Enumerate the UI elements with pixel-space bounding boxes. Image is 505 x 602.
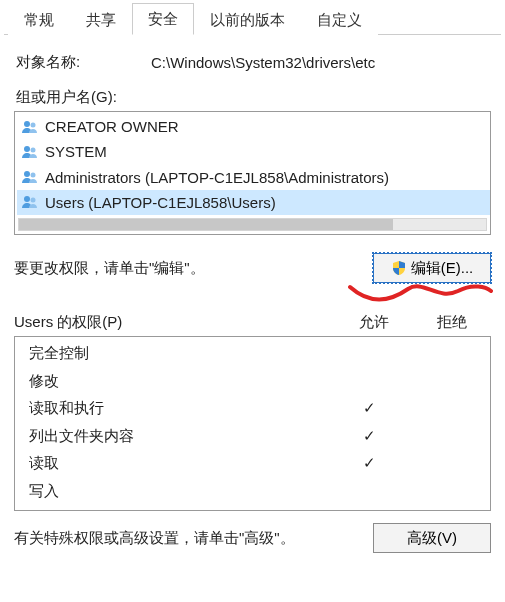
svg-point-7 [31, 198, 36, 203]
perm-name: 写入 [29, 478, 330, 504]
perm-name: 修改 [29, 368, 330, 394]
group-icon [21, 169, 39, 185]
svg-point-2 [24, 146, 30, 152]
tab-general[interactable]: 常规 [8, 4, 70, 35]
svg-point-6 [24, 196, 30, 202]
edit-button-label: 编辑(E)... [411, 259, 474, 278]
perm-row-read-execute[interactable]: 读取和执行 ✓ [15, 394, 490, 422]
svg-point-3 [31, 147, 36, 152]
horizontal-scrollbar[interactable] [18, 218, 487, 231]
perm-allow: ✓ [330, 395, 408, 421]
perm-name: 列出文件夹内容 [29, 423, 330, 449]
allow-header: 允许 [335, 313, 413, 332]
perm-row-full-control[interactable]: 完全控制 [15, 339, 490, 367]
tab-security[interactable]: 安全 [132, 3, 194, 35]
permissions-listbox[interactable]: 完全控制 修改 读取和执行 ✓ 列出文件夹内容 ✓ 读取 ✓ 写入 [14, 336, 491, 511]
tab-previous-versions[interactable]: 以前的版本 [194, 4, 301, 35]
advanced-button-label: 高级(V) [407, 529, 457, 548]
group-icon [21, 194, 39, 210]
advanced-button[interactable]: 高级(V) [373, 523, 491, 553]
groups-label: 组或用户名(G): [16, 88, 491, 107]
advanced-hint-text: 有关特殊权限或高级设置，请单击"高级"。 [14, 529, 295, 548]
principal-administrators[interactable]: Administrators (LAPTOP-C1EJL858\Administ… [17, 165, 490, 190]
tabs: 常规 共享 安全 以前的版本 自定义 [4, 2, 501, 35]
perm-allow: ✓ [330, 423, 408, 449]
group-icon [21, 119, 39, 135]
svg-point-0 [24, 121, 30, 127]
principal-label: SYSTEM [45, 140, 107, 163]
perm-name: 读取和执行 [29, 395, 330, 421]
svg-point-1 [31, 122, 36, 127]
annotation-squiggle [348, 281, 493, 303]
group-icon [21, 144, 39, 160]
edit-hint-text: 要更改权限，请单击"编辑"。 [14, 259, 205, 278]
perm-row-list-folder[interactable]: 列出文件夹内容 ✓ [15, 422, 490, 450]
svg-point-5 [31, 173, 36, 178]
scrollbar-thumb[interactable] [19, 219, 393, 230]
perm-row-modify[interactable]: 修改 [15, 367, 490, 395]
tab-sharing[interactable]: 共享 [70, 4, 132, 35]
deny-header: 拒绝 [413, 313, 491, 332]
perm-row-read[interactable]: 读取 ✓ [15, 449, 490, 477]
tab-customize[interactable]: 自定义 [301, 4, 378, 35]
principal-label: Administrators (LAPTOP-C1EJL858\Administ… [45, 166, 389, 189]
svg-point-4 [24, 171, 30, 177]
edit-button[interactable]: 编辑(E)... [373, 253, 491, 283]
principal-system[interactable]: SYSTEM [17, 139, 490, 164]
object-name-value: C:\Windows\System32\drivers\etc [151, 54, 375, 71]
principal-users[interactable]: Users (LAPTOP-C1EJL858\Users) [17, 190, 490, 215]
perm-row-write[interactable]: 写入 [15, 477, 490, 505]
principal-label: CREATOR OWNER [45, 115, 179, 138]
principal-label: Users (LAPTOP-C1EJL858\Users) [45, 191, 276, 214]
principal-creator-owner[interactable]: CREATOR OWNER [17, 114, 490, 139]
perm-name: 读取 [29, 450, 330, 476]
principals-listbox[interactable]: CREATOR OWNER SYSTEM Administrators (LAP… [14, 111, 491, 235]
shield-icon [391, 260, 407, 276]
perm-allow: ✓ [330, 450, 408, 476]
permissions-title: Users 的权限(P) [14, 313, 335, 332]
perm-name: 完全控制 [29, 340, 330, 366]
object-name-label: 对象名称: [16, 53, 151, 72]
object-name-row: 对象名称: C:\Windows\System32\drivers\etc [16, 53, 491, 72]
